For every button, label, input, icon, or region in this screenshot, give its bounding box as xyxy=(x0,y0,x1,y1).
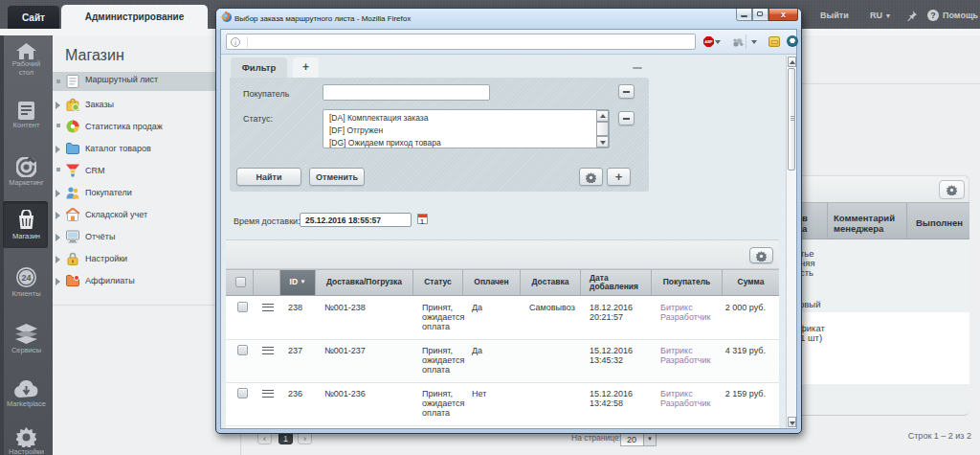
svg-text:24: 24 xyxy=(21,273,31,283)
